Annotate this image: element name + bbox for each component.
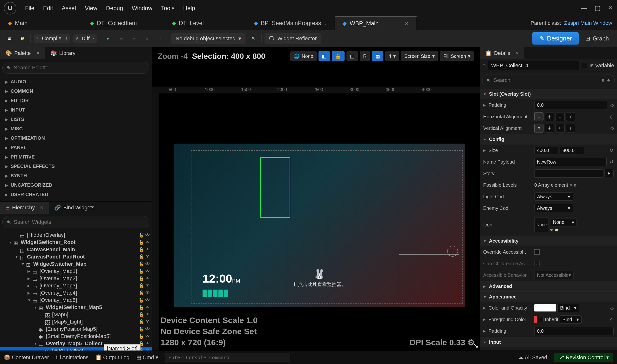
- expand-caret-icon[interactable]: [34, 327, 37, 331]
- size-y-input[interactable]: 800.0: [560, 146, 584, 155]
- expand-caret-icon[interactable]: [40, 320, 43, 324]
- animations-button[interactable]: 🎞 Animations: [56, 354, 89, 361]
- reset-icon[interactable]: ◇: [610, 317, 614, 322]
- reset-icon[interactable]: ◇: [610, 305, 614, 311]
- section-accessibility[interactable]: ▼Accessibility: [480, 236, 617, 246]
- asset-tab[interactable]: ◆Main: [0, 16, 82, 30]
- use-selected-icon[interactable]: ⟲: [550, 228, 553, 232]
- debug-object-dropdown[interactable]: No debug object selected▾: [171, 33, 245, 44]
- close-icon[interactable]: ✕: [608, 4, 613, 12]
- hierarchy-search-input[interactable]: [14, 219, 145, 225]
- content-drawer-button[interactable]: 📦 Content Drawer: [4, 354, 49, 361]
- palette-category[interactable]: ▶EDITOR: [2, 96, 150, 105]
- designer-mode-button[interactable]: ✎ Designer: [532, 32, 579, 45]
- visibility-icon[interactable]: 👁: [145, 233, 150, 238]
- visibility-icon[interactable]: 👁: [145, 348, 150, 351]
- asset-tab[interactable]: ◆WBP_Main✕: [335, 16, 417, 30]
- expand-caret-icon[interactable]: ▶: [27, 291, 31, 295]
- eject-icon[interactable]: ⏏: [142, 34, 152, 44]
- enemycod-dropdown[interactable]: Always▾: [534, 204, 573, 212]
- hierarchy-row[interactable]: 🖼[Map5_Light]🔓👁: [0, 318, 152, 325]
- widget-name-input[interactable]: [488, 61, 579, 70]
- hierarchy-row[interactable]: ▼⊞WidgetSwitcher_Map🔓👁: [0, 260, 152, 268]
- hierarchy-row[interactable]: ▼◫CanvasPanel_PadRoot🔓👁: [0, 253, 152, 260]
- close-palette-icon[interactable]: ✕: [36, 51, 40, 56]
- all-saved-label[interactable]: ☁ All Saved: [518, 354, 547, 361]
- padding-input[interactable]: 0.0: [534, 101, 607, 109]
- lock-icon[interactable]: 🔓: [139, 290, 144, 296]
- fill-screen-dropdown[interactable]: Fill Screen ▾: [440, 51, 474, 61]
- menu-file[interactable]: File: [25, 5, 34, 12]
- icon-thumbnail[interactable]: None: [534, 218, 549, 232]
- hierarchy-search[interactable]: 🔍: [2, 216, 149, 228]
- reset-icon[interactable]: ◇: [610, 102, 614, 108]
- valign-center-button[interactable]: ┿: [545, 124, 554, 132]
- play-icon[interactable]: ▶: [103, 34, 113, 44]
- expand-caret-icon[interactable]: [15, 233, 18, 237]
- layout-transform-icon[interactable]: ◧: [319, 51, 330, 61]
- menu-asset[interactable]: Asset: [62, 5, 76, 12]
- halign-left-button[interactable]: ⊏: [534, 112, 543, 121]
- reset-icon[interactable]: ↺: [610, 147, 614, 153]
- library-tab[interactable]: 📚 Library: [45, 47, 81, 59]
- palette-category[interactable]: ▶SPECIAL EFFECTS: [2, 162, 150, 171]
- color-swatch[interactable]: [534, 304, 556, 312]
- screen-size-dropdown[interactable]: Screen Size ▾: [401, 51, 438, 61]
- save-icon[interactable]: 💾: [4, 34, 14, 44]
- palette-category[interactable]: ▶USER CREATED: [2, 190, 150, 199]
- hierarchy-row[interactable]: ▶▭[Overlay_Map1]🔓👁: [0, 268, 152, 275]
- expand-caret-icon[interactable]: [40, 313, 43, 317]
- visibility-icon[interactable]: 👁: [145, 247, 150, 252]
- canvas-area[interactable]: 12:00PM 🐰 ⬇ 点击此处查看监控器。 ⤡: [159, 93, 480, 351]
- expand-caret-icon[interactable]: ▼: [15, 255, 18, 259]
- lock-icon[interactable]: 🔓: [139, 233, 144, 238]
- settings-icon[interactable]: ⚙: [607, 78, 610, 82]
- hierarchy-row[interactable]: ✱[SmallEnemyPositionMap5]🔓👁: [0, 333, 152, 340]
- hierarchy-row[interactable]: ▼⊞WidgetSwitcher_Map5🔓👁: [0, 304, 152, 311]
- visibility-icon[interactable]: 👁: [145, 276, 150, 281]
- palette-category[interactable]: ▶UNCATEGORIZED: [2, 181, 150, 190]
- story-flag-icon[interactable]: ⚑: [604, 169, 614, 178]
- diff-button[interactable]: ⇄Diff▾: [73, 34, 97, 43]
- visibility-icon[interactable]: 👁: [145, 326, 150, 332]
- appearance-padding-input[interactable]: 0.0: [534, 327, 614, 335]
- valign-fill-button[interactable]: ⫿: [566, 124, 575, 132]
- valign-bottom-button[interactable]: ⊔: [555, 124, 565, 132]
- localization-dropdown[interactable]: 🌐 None: [290, 51, 317, 61]
- palette-category[interactable]: ▶OPTIMIZATION: [2, 133, 150, 143]
- revision-control-button[interactable]: ⎇ Revision Control ▾: [554, 353, 613, 362]
- designer-viewport[interactable]: Zoom -4 Selection: 400 x 800 🌐 None ◧ 🔒 …: [152, 47, 480, 351]
- lock-icon[interactable]: 🔓: [139, 334, 144, 339]
- compile-button[interactable]: ⟳Compile⋮: [34, 34, 70, 43]
- expand-caret-icon[interactable]: [34, 334, 37, 338]
- visibility-icon[interactable]: 👁: [145, 254, 150, 260]
- name-payload-input[interactable]: NewRow: [534, 158, 607, 166]
- lock-icon[interactable]: 🔓: [139, 326, 144, 332]
- bind-widgets-tab[interactable]: 🔗 Bind Widgets: [49, 202, 100, 214]
- expand-caret-icon[interactable]: ▶: [27, 276, 31, 280]
- hierarchy-row[interactable]: ▶▭[Overlay_Map2]🔓👁: [0, 275, 152, 282]
- visibility-icon[interactable]: 👁: [145, 290, 150, 296]
- palette-category[interactable]: ▶MISC: [2, 124, 150, 133]
- menu-window[interactable]: Window: [132, 5, 152, 12]
- expand-caret-icon[interactable]: ▼: [21, 262, 25, 266]
- palette-search-input[interactable]: [14, 65, 145, 71]
- play-options-icon[interactable]: ⋮: [155, 34, 165, 44]
- lock-icon[interactable]: 🔓: [139, 283, 144, 288]
- palette-tab[interactable]: 🎨 Palette✕: [0, 47, 45, 59]
- respect-locks-icon[interactable]: R: [360, 51, 370, 61]
- hierarchy-row[interactable]: 🖼[Map5]🔓👁: [0, 311, 152, 318]
- section-config[interactable]: ▼Config: [480, 134, 617, 144]
- lock-icon[interactable]: 🔓: [139, 276, 144, 281]
- visibility-icon[interactable]: 👁: [145, 298, 150, 303]
- asset-tab[interactable]: ◆DT_Level: [164, 16, 246, 30]
- fg-bind-dropdown[interactable]: Bind▾: [560, 315, 582, 324]
- valign-top-button[interactable]: ⊓: [534, 124, 543, 132]
- maximize-icon[interactable]: ▢: [595, 4, 601, 12]
- hierarchy-row[interactable]: ▼⊞WidgetSwitcher_Root🔓👁: [0, 239, 152, 246]
- hierarchy-row[interactable]: ▭[HiddenOverlay]🔓👁: [0, 232, 152, 239]
- lock-icon[interactable]: 🔓: [139, 269, 144, 274]
- override-accessible-checkbox[interactable]: [534, 249, 540, 255]
- visibility-icon[interactable]: 👁: [145, 334, 150, 339]
- color-bind-dropdown[interactable]: Bind▾: [557, 304, 579, 312]
